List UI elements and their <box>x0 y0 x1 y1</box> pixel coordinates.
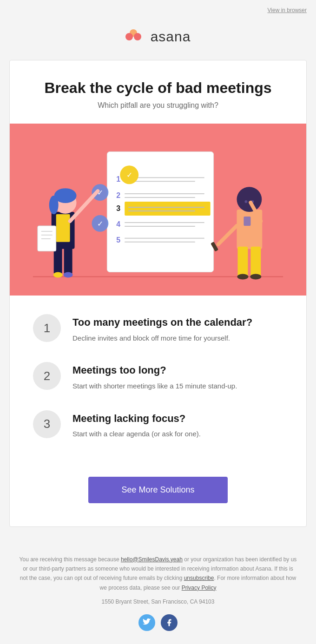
svg-point-29 <box>53 272 63 278</box>
email-title: Break the cycle of bad meetings <box>28 79 288 97</box>
cta-section: See More Solutions <box>10 467 306 526</box>
solution-content-3: Meeting lacking focus? Start with a clea… <box>72 410 201 440</box>
hero-illustration: 1 2 3 4 5 ✓ ✓ ✓ <box>10 124 306 296</box>
svg-text:1: 1 <box>116 176 120 184</box>
footer-email-link[interactable]: hello@SmilesDavis.yeah <box>121 556 183 563</box>
dot-left <box>125 33 133 40</box>
svg-text:3: 3 <box>116 204 120 212</box>
solution-number-2: 2 <box>33 362 61 390</box>
solution-content-1: Too many meetings on the calendar? Decli… <box>72 314 252 343</box>
solution-desc-3: Start with a clear agenda (or ask for on… <box>72 429 201 440</box>
see-more-solutions-button[interactable]: See More Solutions <box>88 477 228 503</box>
social-icons <box>19 614 297 631</box>
solution-content-2: Meetings too long? Start with shorter me… <box>72 362 237 391</box>
solution-title-1: Too many meetings on the calendar? <box>72 316 252 329</box>
solution-item-1: 1 Too many meetings on the calendar? Dec… <box>33 314 283 343</box>
footer: You are receiving this message because h… <box>0 541 316 644</box>
svg-rect-9 <box>125 202 210 216</box>
top-bar: View in browser <box>0 0 316 20</box>
solution-desc-1: Decline invites and block off more time … <box>72 333 252 344</box>
svg-point-45 <box>237 187 262 212</box>
email-container: Break the cycle of bad meetings Which pi… <box>9 60 307 527</box>
solution-item-2: 2 Meetings too long? Start with shorter … <box>33 362 283 391</box>
svg-rect-40 <box>244 217 250 226</box>
view-in-browser-link[interactable]: View in browser <box>268 7 307 13</box>
footer-message: You are receiving this message because <box>20 556 121 563</box>
svg-rect-28 <box>64 247 72 275</box>
asana-wordmark: asana <box>151 29 191 45</box>
svg-point-46 <box>244 200 247 203</box>
svg-point-30 <box>64 272 73 278</box>
solution-number-3: 3 <box>33 410 61 438</box>
svg-text:✓: ✓ <box>97 220 103 228</box>
footer-address: 1550 Bryant Street, San Francisco, CA 94… <box>19 597 297 606</box>
svg-rect-41 <box>237 247 248 277</box>
facebook-icon[interactable] <box>161 614 178 631</box>
logo-area: asana <box>0 20 316 60</box>
svg-text:4: 4 <box>116 220 120 228</box>
solution-desc-2: Start with shorter meetings like a 15 mi… <box>72 381 237 392</box>
solutions-section: 1 Too many meetings on the calendar? Dec… <box>10 296 306 467</box>
svg-point-44 <box>250 274 261 280</box>
solution-item-3: 3 Meeting lacking focus? Start with a cl… <box>33 410 283 440</box>
footer-text: You are receiving this message because h… <box>19 555 297 593</box>
twitter-icon[interactable] <box>138 614 155 631</box>
svg-text:5: 5 <box>116 236 120 244</box>
svg-text:2: 2 <box>116 191 120 199</box>
svg-text:✓: ✓ <box>126 171 132 179</box>
dot-right <box>134 33 141 40</box>
svg-rect-42 <box>250 247 261 277</box>
solution-number-1: 1 <box>33 314 61 342</box>
email-subtitle: Which pitfall are you struggling with? <box>28 101 288 110</box>
header-text: Break the cycle of bad meetings Which pi… <box>10 60 306 124</box>
asana-logo: asana <box>125 29 191 45</box>
asana-dots-icon <box>125 29 146 44</box>
svg-point-43 <box>237 274 248 280</box>
svg-rect-26 <box>56 214 70 242</box>
svg-point-33 <box>49 196 59 214</box>
solution-title-2: Meetings too long? <box>72 364 237 377</box>
solution-title-3: Meeting lacking focus? <box>72 412 201 426</box>
hero-image: 1 2 3 4 5 ✓ ✓ ✓ <box>10 124 306 296</box>
unsubscribe-link[interactable]: unsubscribe <box>184 575 214 581</box>
privacy-policy-link[interactable]: Privacy Policy <box>182 585 217 591</box>
